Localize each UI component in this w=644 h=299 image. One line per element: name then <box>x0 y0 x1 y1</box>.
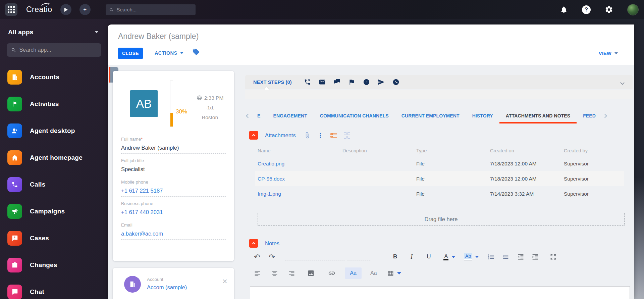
column-type[interactable]: Type <box>414 148 487 153</box>
phone-link[interactable]: +1 617 221 5187 <box>121 188 226 194</box>
tab-current-employment[interactable]: CURRENT EMPLOYMENT <box>395 109 466 123</box>
sidebar-item-activities[interactable]: Activities <box>0 91 108 117</box>
settings-gear-icon[interactable] <box>605 5 613 14</box>
email-icon[interactable] <box>319 79 326 86</box>
field-email[interactable]: Email a.baker@ac.com <box>121 222 226 240</box>
call-icon[interactable] <box>304 79 311 86</box>
field-job-title[interactable]: Full job title Specialist <box>121 158 226 175</box>
global-search-input[interactable] <box>116 7 192 12</box>
field-value[interactable]: Specialist <box>121 166 226 172</box>
column-description[interactable]: Description <box>340 148 414 153</box>
underline-button[interactable]: U <box>427 253 431 260</box>
run-process-button[interactable] <box>60 4 71 15</box>
telegram-icon[interactable] <box>378 79 385 86</box>
sidebar-item-agent-homepage[interactable]: Agent homepage <box>0 144 108 171</box>
user-avatar[interactable] <box>627 4 639 15</box>
file-dropzone[interactable]: Drag file here <box>258 213 625 226</box>
file-link[interactable]: CP-95.docx <box>255 176 340 182</box>
highlight-caret-icon[interactable] <box>475 256 479 258</box>
list-view-icon[interactable] <box>330 133 337 138</box>
indent-icon[interactable] <box>532 253 539 260</box>
workspace-selector[interactable]: All apps <box>0 29 108 36</box>
actions-dropdown[interactable]: ACTIONS <box>155 50 183 56</box>
tab-profile[interactable]: E <box>251 109 267 123</box>
collapse-section-icon[interactable] <box>249 131 258 140</box>
task-chat-icon[interactable] <box>333 79 340 86</box>
table-caret-icon[interactable] <box>397 272 401 275</box>
insert-image-icon[interactable] <box>307 269 315 277</box>
help-icon[interactable]: ? <box>582 5 591 14</box>
field-mobile-phone[interactable]: Mobile phone +1 617 221 5187 <box>121 180 226 197</box>
file-link[interactable]: Creatio.png <box>255 161 340 167</box>
letter-case-button[interactable]: Aa <box>370 270 377 276</box>
collapse-section-icon[interactable] <box>249 239 258 248</box>
sidebar-item-calls[interactable]: Calls <box>0 171 108 198</box>
attach-file-icon[interactable] <box>304 132 311 139</box>
messenger-icon[interactable] <box>363 79 370 86</box>
font-size-select[interactable] <box>347 253 371 260</box>
bold-button[interactable]: B <box>393 253 397 260</box>
bulleted-list-icon[interactable] <box>502 253 509 260</box>
italic-button[interactable]: I <box>411 253 413 260</box>
close-icon[interactable]: × <box>222 278 227 285</box>
notifications-bell-icon[interactable] <box>560 6 568 14</box>
align-right-icon[interactable] <box>288 270 295 277</box>
letter-case-active-button[interactable]: Aa <box>345 267 362 279</box>
font-color-caret-icon[interactable] <box>451 256 455 258</box>
tabs-scroll-right-icon[interactable] <box>602 113 608 119</box>
tab-communication-channels[interactable]: COMMUNICATION CHANNELS <box>314 109 395 123</box>
marketplace-icon[interactable] <box>538 6 546 13</box>
contact-photo[interactable]: AB <box>130 90 158 117</box>
next-steps-label[interactable]: NEXT STEPS (0) <box>253 80 292 85</box>
column-name[interactable]: Name <box>255 148 340 153</box>
outdent-icon[interactable] <box>517 253 524 260</box>
sidebar-item-agent-desktop[interactable]: Agent desktop <box>0 117 108 144</box>
undo-icon[interactable]: ↶ <box>254 253 260 261</box>
font-color-button[interactable]: A <box>443 253 448 260</box>
sidebar-item-chat[interactable]: Chat <box>0 279 108 299</box>
app-search[interactable] <box>7 43 101 57</box>
tabs-scroll-left-icon[interactable] <box>245 113 251 119</box>
insert-table-icon[interactable] <box>387 270 394 277</box>
tile-view-icon[interactable] <box>344 132 350 139</box>
highlight-button[interactable]: Ab <box>464 253 472 260</box>
tab-engagement[interactable]: ENGAGEMENT <box>267 109 313 123</box>
view-dropdown[interactable]: VIEW <box>599 50 618 56</box>
table-row[interactable]: Creatio.png File 7/18/2023 12:00 AM Supe… <box>255 156 624 171</box>
global-search[interactable] <box>106 4 196 15</box>
app-launcher-icon[interactable] <box>5 3 17 16</box>
align-left-icon[interactable] <box>254 270 261 277</box>
more-menu-icon[interactable]: ⋮ <box>317 132 324 139</box>
column-created-on[interactable]: Created on <box>487 148 561 153</box>
sidebar-item-accounts[interactable]: Accounts <box>0 64 108 91</box>
tab-attachments-and-notes[interactable]: ATTACHMENTS AND NOTES <box>499 109 577 123</box>
attachments-title[interactable]: Attachments <box>265 132 296 139</box>
flag-icon[interactable] <box>348 79 355 86</box>
sidebar-item-campaigns[interactable]: Campaigns <box>0 198 108 225</box>
file-link[interactable]: Img-1.png <box>255 191 340 197</box>
field-business-phone[interactable]: Business phone +1 617 440 2031 <box>121 201 226 218</box>
table-row[interactable]: CP-95.docx File 7/18/2023 12:00 AM Super… <box>255 171 624 186</box>
column-created-by[interactable]: Created by <box>561 148 624 153</box>
whatsapp-icon[interactable] <box>392 79 399 86</box>
email-link[interactable]: a.baker@ac.com <box>121 231 226 237</box>
fullscreen-icon[interactable] <box>550 254 556 260</box>
close-button[interactable]: CLOSE <box>118 48 143 59</box>
notes-editor-area[interactable] <box>250 286 630 299</box>
collapse-next-steps-icon[interactable] <box>621 80 624 86</box>
notes-title[interactable]: Notes <box>265 240 279 247</box>
completeness-indicator[interactable] <box>170 81 173 127</box>
add-new-button[interactable]: + <box>79 4 91 15</box>
numbered-list-icon[interactable] <box>488 253 495 260</box>
tab-history[interactable]: HISTORY <box>466 109 499 123</box>
sidebar-item-cases[interactable]: Cases <box>0 225 108 252</box>
tab-feed[interactable]: FEED <box>577 109 602 123</box>
account-link[interactable]: Accom (sample) <box>147 284 187 291</box>
table-row[interactable]: Img-1.png File 7/14/2023 3:32 AM Supervi… <box>255 186 624 201</box>
insert-link-icon[interactable] <box>328 269 335 277</box>
sidebar-item-changes[interactable]: Changes <box>0 252 108 279</box>
app-search-input[interactable] <box>19 47 97 53</box>
tag-icon[interactable] <box>192 48 200 57</box>
field-value[interactable]: Andrew Baker (sample) <box>121 145 226 151</box>
redo-icon[interactable]: ↷ <box>269 253 275 261</box>
